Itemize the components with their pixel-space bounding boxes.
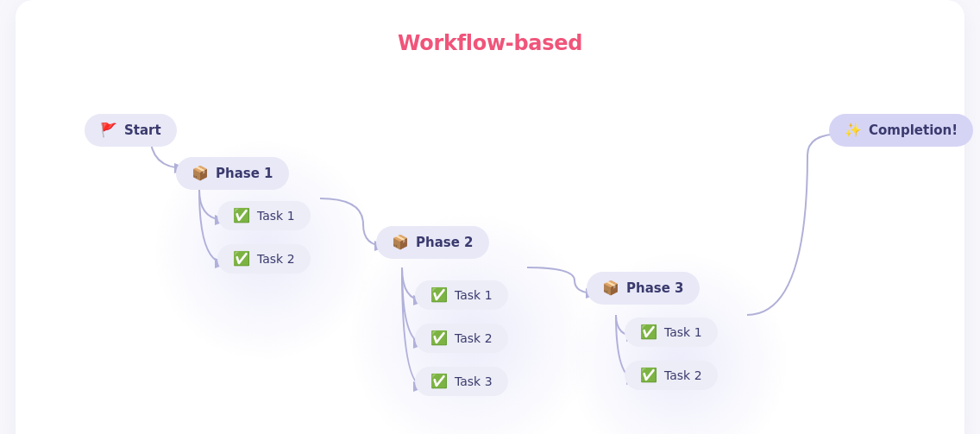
task-check-icon: ✅	[640, 325, 657, 339]
start-label: Start	[124, 123, 161, 138]
workflow-diagram: 🚩 Start 📦 Phase 1 ✅ Task 1 ✅ Task 2 📦 Ph…	[57, 86, 923, 414]
task-check-icon: ✅	[233, 209, 250, 223]
phase2-task2-label: Task 2	[455, 331, 493, 345]
phase3-task2: ✅ Task 2	[625, 361, 718, 390]
phase2-task3-label: Task 3	[455, 374, 493, 388]
phase1-icon: 📦	[192, 167, 209, 180]
card: Workflow-based	[16, 0, 964, 434]
phase3-label: Phase 3	[626, 280, 684, 296]
task-check-icon: ✅	[233, 252, 250, 266]
phase1-task2: ✅ Task 2	[217, 244, 311, 274]
phase1-label: Phase 1	[216, 166, 273, 181]
phase3-task2-label: Task 2	[664, 368, 702, 382]
phase2-node: 📦 Phase 2	[376, 226, 489, 259]
start-node: 🚩 Start	[85, 114, 177, 147]
task-check-icon: ✅	[430, 374, 448, 388]
phase2-task1-label: Task 1	[455, 288, 493, 302]
phase1-node: 📦 Phase 1	[176, 157, 289, 190]
task-check-icon: ✅	[640, 368, 657, 382]
phase1-task2-label: Task 2	[257, 252, 295, 266]
phase3-task1: ✅ Task 1	[625, 318, 718, 347]
arrows-svg	[57, 86, 923, 414]
phase1-task1: ✅ Task 1	[217, 201, 311, 230]
task-check-icon: ✅	[430, 331, 448, 345]
phase2-task2: ✅ Task 2	[415, 324, 508, 353]
completion-icon: ✨	[845, 123, 862, 137]
page-title: Workflow-based	[57, 31, 923, 55]
phase2-icon: 📦	[392, 236, 409, 249]
phase3-icon: 📦	[602, 281, 619, 295]
phase3-task1-label: Task 1	[664, 325, 702, 339]
completion-label: Completion!	[869, 123, 958, 138]
phase3-node: 📦 Phase 3	[587, 272, 700, 305]
phase1-task1-label: Task 1	[257, 209, 295, 223]
start-icon: 🚩	[100, 123, 117, 137]
task-check-icon: ✅	[430, 288, 448, 302]
phase2-task3: ✅ Task 3	[415, 367, 508, 396]
phase2-label: Phase 2	[416, 235, 474, 250]
phase2-task1: ✅ Task 1	[415, 280, 508, 310]
completion-node: ✨ Completion!	[829, 114, 973, 147]
